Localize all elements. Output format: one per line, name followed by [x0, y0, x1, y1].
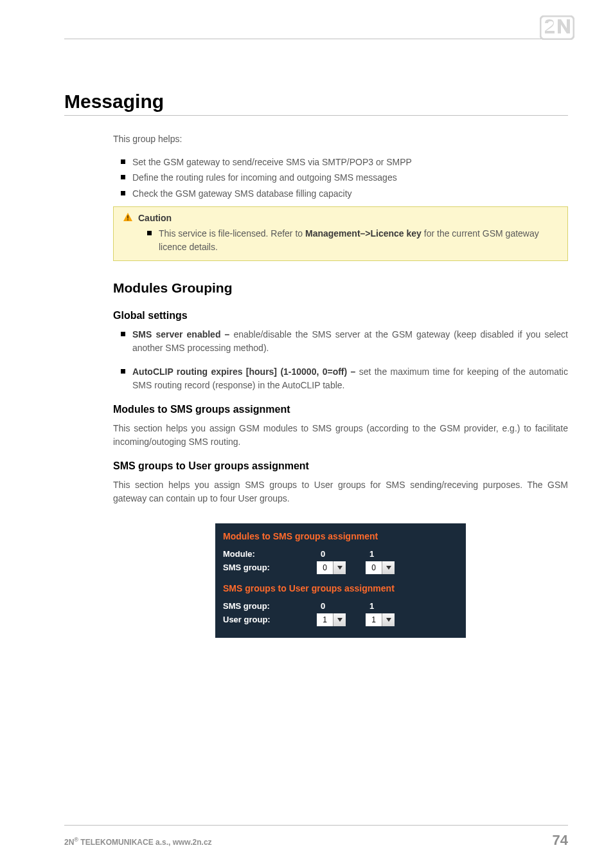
select-value: 0 [366, 561, 382, 574]
sms-group-row-label: SMS group: [223, 601, 313, 611]
select-value: 0 [317, 561, 333, 574]
list-item: Set the GSM gateway to send/receive SMS … [132, 156, 568, 168]
chevron-down-icon[interactable] [382, 613, 395, 626]
assignment-panel: Modules to SMS groups assignment Module:… [215, 523, 466, 638]
section-heading-modules-grouping: Modules Grouping [113, 280, 568, 296]
user-group-label: User group: [223, 615, 313, 624]
svg-rect-1 [127, 215, 129, 219]
global-settings-list: SMS server enabled – enable/disable the … [113, 328, 568, 392]
module-label: Module: [223, 549, 313, 559]
callout-text: This service is file-licensed. Refer to … [159, 227, 558, 254]
sms-group-select-1[interactable]: 0 [366, 561, 395, 574]
sms-group-label: SMS group: [223, 563, 313, 572]
page-footer: 2N® TELEKOMUNIKACE a.s., www.2n.cz 74 [64, 825, 568, 849]
footer-page-number: 74 [553, 832, 568, 849]
chevron-down-icon[interactable] [333, 613, 346, 626]
footer-company: 2N® TELEKOMUNIKACE a.s., www.2n.cz [64, 836, 212, 847]
lead-text: This group helps: [113, 134, 568, 144]
user-group-select-0[interactable]: 1 [317, 613, 346, 626]
module-index-1: 1 [366, 549, 411, 559]
sms-group-select-0[interactable]: 0 [317, 561, 346, 574]
smsgroups-paragraph: This section helps you assign SMS groups… [113, 478, 568, 505]
sms-group-index-0: 0 [317, 601, 362, 611]
list-item: Define the routing rules for incoming an… [132, 171, 568, 184]
panel-title-modules: Modules to SMS groups assignment [223, 531, 458, 541]
list-item: Check the GSM gateway SMS database filli… [132, 187, 568, 200]
caution-callout: Caution This service is file-licensed. R… [113, 206, 568, 261]
page-title: Messaging [64, 91, 568, 116]
list-item: SMS server enabled – enable/disable the … [132, 328, 568, 355]
module-index-0: 0 [317, 549, 362, 559]
modules-paragraph: This section helps you assign GSM module… [113, 422, 568, 449]
select-value: 1 [317, 613, 333, 626]
panel-title-smsgroups: SMS groups to User groups assignment [223, 583, 458, 593]
subheading-sms-to-user: SMS groups to User groups assignment [113, 460, 568, 472]
user-group-select-1[interactable]: 1 [366, 613, 395, 626]
callout-title: Caution [138, 213, 172, 223]
chevron-down-icon[interactable] [333, 561, 346, 574]
warning-icon [123, 212, 133, 224]
brand-logo [540, 15, 574, 40]
chevron-down-icon[interactable] [382, 561, 395, 574]
svg-rect-2 [127, 219, 129, 221]
intro-bullet-list: Set the GSM gateway to send/receive SMS … [113, 156, 568, 200]
subheading-modules-to-sms: Modules to SMS groups assignment [113, 404, 568, 415]
sms-group-index-1: 1 [366, 601, 411, 611]
select-value: 1 [366, 613, 382, 626]
list-item: AutoCLIP routing expires [hours] (1-1000… [132, 365, 568, 392]
header-rule [64, 39, 568, 39]
subheading-global-settings: Global settings [113, 310, 568, 321]
